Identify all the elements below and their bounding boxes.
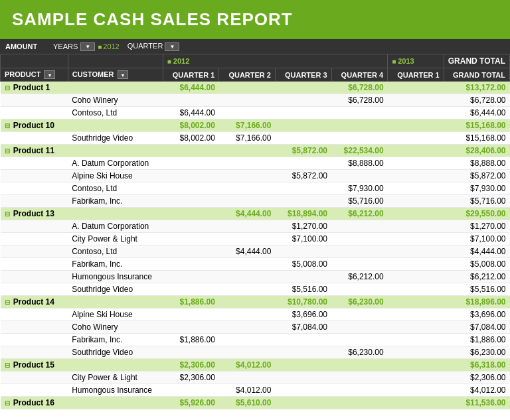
product-customer-empty bbox=[68, 296, 163, 309]
customer-q2 bbox=[219, 182, 276, 195]
customer-grand-total: $7,084.00 bbox=[444, 321, 509, 334]
customer-q2 bbox=[219, 258, 276, 271]
q1-col-header: QUARTER 1 bbox=[163, 68, 219, 82]
product-customer-empty bbox=[68, 359, 163, 372]
customer-grand-total: $5,008.00 bbox=[444, 258, 509, 271]
customer-row: City Power & Light $7,100.00 $7,100.00 bbox=[1, 233, 510, 245]
customer-row: Southridge Video $5,516.00 $5,516.00 bbox=[1, 283, 510, 296]
customer-product-empty bbox=[1, 283, 68, 296]
collapse-icon[interactable]: ⊟ bbox=[5, 147, 10, 155]
customer-row: Humongous Insurance $4,012.00 $4,012.00 bbox=[1, 384, 510, 397]
customer-q1-2013 bbox=[388, 283, 444, 296]
product-q1-2013 bbox=[388, 359, 444, 372]
customer-q1-2013 bbox=[388, 372, 444, 384]
customer-q3 bbox=[275, 384, 331, 397]
report-container: SAMPLE CASH SALES REPORT AMOUNT YEARS 20… bbox=[0, 0, 510, 409]
customer-q4: $6,728.00 bbox=[331, 94, 388, 107]
customer-q1 bbox=[163, 195, 219, 208]
customer-row: A. Datum Corporation $8,888.00 $8,888.00 bbox=[1, 157, 510, 170]
customer-product-empty bbox=[1, 372, 68, 384]
customer-name: Contoso, Ltd bbox=[68, 182, 163, 195]
customer-q4 bbox=[331, 107, 388, 119]
product-filter-btn[interactable] bbox=[44, 70, 55, 79]
customer-q4 bbox=[331, 384, 388, 397]
product-q3 bbox=[275, 397, 331, 409]
product-header-spacer bbox=[1, 54, 68, 68]
customer-q1-2013 bbox=[388, 94, 444, 107]
product-label-cell: ⊟ Product 16 bbox=[1, 397, 68, 409]
collapse-icon[interactable]: ⊟ bbox=[5, 210, 10, 218]
customer-q2 bbox=[219, 334, 276, 346]
customer-product-empty bbox=[1, 233, 68, 245]
product-q1: $2,306.00 bbox=[163, 359, 219, 372]
customer-product-empty bbox=[1, 107, 68, 119]
table-wrapper: 2012 2013 GRAND TOTAL PRODUCT bbox=[0, 54, 510, 409]
customer-q4 bbox=[331, 309, 388, 321]
collapse-icon[interactable]: ⊟ bbox=[5, 122, 10, 129]
product-q1-2013 bbox=[388, 296, 444, 309]
product-col-header: PRODUCT bbox=[1, 68, 68, 82]
product-q1 bbox=[163, 145, 219, 157]
customer-q4 bbox=[331, 283, 388, 296]
customer-q4 bbox=[331, 170, 388, 182]
customer-row: Alpine Ski House $5,872.00 $5,872.00 bbox=[1, 170, 510, 182]
q1-2013-col-header: QUARTER 1 bbox=[388, 68, 444, 82]
collapse-icon[interactable]: ⊟ bbox=[5, 299, 10, 306]
quarter-label: QUARTER bbox=[128, 42, 163, 50]
customer-q2 bbox=[219, 309, 276, 321]
customer-q1-2013 bbox=[388, 132, 444, 145]
customer-q3 bbox=[275, 271, 331, 283]
column-header-row: PRODUCT CUSTOMER QUARTER 1 QUARTER 2 QUA… bbox=[1, 68, 510, 82]
table-body: ⊟ Product 1 $6,444.00 $6,728.00 $13,172.… bbox=[1, 82, 510, 409]
customer-row: A. Datum Corporation $1,270.00 $1,270.00 bbox=[1, 220, 510, 233]
quarter-dropdown[interactable] bbox=[165, 42, 179, 51]
customer-row: Coho Winery $6,728.00 $6,728.00 bbox=[1, 94, 510, 107]
customer-product-empty bbox=[1, 182, 68, 195]
product-grand-total: $11,536.00 bbox=[444, 397, 509, 409]
q4-col-header: QUARTER 4 bbox=[331, 68, 388, 82]
customer-product-empty bbox=[1, 220, 68, 233]
customer-filter-btn[interactable] bbox=[118, 70, 129, 79]
customer-col-header: CUSTOMER bbox=[68, 68, 163, 82]
collapse-icon[interactable]: ⊟ bbox=[5, 84, 10, 92]
product-q3: $10,780.00 bbox=[275, 296, 331, 309]
product-q1: $1,886.00 bbox=[163, 296, 219, 309]
product-label-cell: ⊟ Product 13 bbox=[1, 208, 68, 220]
year-2012-header: 2012 bbox=[163, 54, 387, 68]
customer-q1-2013 bbox=[388, 157, 444, 170]
customer-q3: $7,084.00 bbox=[275, 321, 331, 334]
collapse-icon[interactable]: ⊟ bbox=[5, 362, 10, 369]
customer-q3 bbox=[275, 182, 331, 195]
customer-q3 bbox=[275, 107, 331, 119]
customer-q3: $7,100.00 bbox=[275, 233, 331, 245]
product-q2 bbox=[219, 296, 276, 309]
customer-q1-2013 bbox=[388, 258, 444, 271]
customer-name: Contoso, Ltd bbox=[68, 245, 163, 258]
customer-name: City Power & Light bbox=[68, 233, 163, 245]
customer-product-empty bbox=[1, 94, 68, 107]
customer-q1: $8,002.00 bbox=[163, 132, 219, 145]
customer-q3: $5,516.00 bbox=[275, 283, 331, 296]
customer-product-empty bbox=[1, 346, 68, 359]
customer-q3 bbox=[275, 346, 331, 359]
product-q3 bbox=[275, 82, 331, 94]
customer-q2 bbox=[219, 170, 276, 182]
product-row: ⊟ Product 16 $5,926.00 $5,610.00 $11,536… bbox=[1, 397, 510, 409]
customer-row: Contoso, Ltd $7,930.00 $7,930.00 bbox=[1, 182, 510, 195]
customer-name: Southridge Video bbox=[68, 132, 163, 145]
customer-q1-2013 bbox=[388, 384, 444, 397]
product-grand-total: $6,318.00 bbox=[444, 359, 509, 372]
collapse-icon[interactable]: ⊟ bbox=[5, 399, 10, 407]
customer-row: Southridge Video $8,002.00 $7,166.00 $15… bbox=[1, 132, 510, 145]
product-customer-empty bbox=[68, 82, 163, 94]
customer-q3 bbox=[275, 372, 331, 384]
year-header-row: 2012 2013 GRAND TOTAL bbox=[1, 54, 510, 68]
customer-q1 bbox=[163, 258, 219, 271]
customer-q4: $6,212.00 bbox=[331, 271, 388, 283]
grand-total-col-header: GRAND TOTAL bbox=[444, 68, 509, 82]
customer-grand-total: $6,212.00 bbox=[444, 271, 509, 283]
customer-q3 bbox=[275, 132, 331, 145]
product-q1-2013 bbox=[388, 397, 444, 409]
product-q4 bbox=[331, 397, 388, 409]
years-dropdown[interactable] bbox=[80, 42, 95, 51]
